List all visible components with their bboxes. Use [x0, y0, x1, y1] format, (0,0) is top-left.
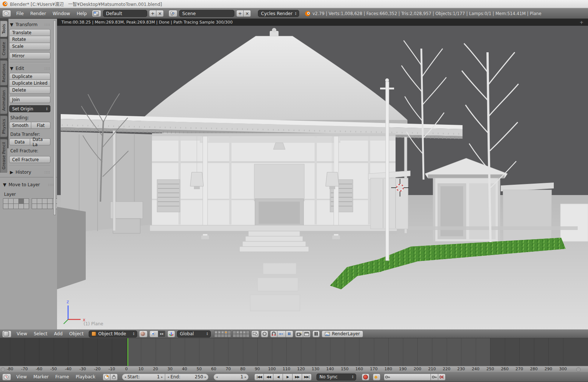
- shelf-tab-grease-pencil[interactable]: Grease Pencil: [0, 139, 7, 173]
- panel-header-edit[interactable]: ▼ Edit ::::: [10, 66, 50, 71]
- orientation-dropdown[interactable]: Global ▴▾: [177, 330, 211, 337]
- menu-playback[interactable]: Playback: [72, 374, 99, 379]
- jump-to-start-button[interactable]: |◀◀: [254, 374, 264, 381]
- scene-icon-button[interactable]: ▴▾: [169, 10, 177, 17]
- mini-layer-cell[interactable]: [218, 331, 221, 334]
- prev-keyframe-button[interactable]: ◀◀: [264, 374, 273, 381]
- layer-cell[interactable]: [24, 204, 29, 209]
- auto-keyframe-button[interactable]: [362, 374, 369, 381]
- header-layer-grid-block-2[interactable]: [233, 330, 249, 337]
- mini-layer-cell[interactable]: [236, 331, 239, 334]
- add-scene-button[interactable]: +: [236, 10, 244, 17]
- layer-grid-block-1[interactable]: [3, 198, 29, 209]
- layer-cell[interactable]: [14, 204, 18, 209]
- play-reverse-button[interactable]: ◀: [273, 374, 283, 381]
- manipulator-toggle-button[interactable]: ↔: [158, 330, 166, 337]
- mini-layer-cell[interactable]: [228, 334, 231, 337]
- join-button[interactable]: Join: [9, 96, 50, 103]
- shelf-tab-animation[interactable]: Animation: [0, 87, 7, 114]
- screen-layout-field[interactable]: Default: [103, 10, 147, 17]
- screen-layout-icon-button[interactable]: ▴▾: [92, 10, 101, 17]
- transform-orientation-icon-button[interactable]: [167, 330, 175, 337]
- shade-smooth-button[interactable]: Smooth: [9, 122, 31, 129]
- shelf-tab-relations[interactable]: Relations: [0, 60, 7, 86]
- menu-help[interactable]: Help: [73, 11, 90, 16]
- mini-layer-cell[interactable]: [243, 334, 246, 337]
- layer-cell[interactable]: [8, 204, 13, 209]
- menu-add[interactable]: Add: [51, 331, 66, 336]
- panel-header-transform[interactable]: ▼ Transform ::::: [10, 22, 50, 27]
- timeline-canvas[interactable]: [0, 338, 588, 366]
- header-layer-grid-block-1[interactable]: [214, 330, 231, 337]
- set-origin-dropdown[interactable]: Set Origin ▴▾: [9, 105, 50, 112]
- mini-layer-cell[interactable]: [221, 331, 224, 334]
- active-keying-set-field[interactable]: [384, 374, 431, 381]
- menu-marker[interactable]: Marker: [30, 374, 52, 379]
- frame-end-field[interactable]: ◂ End: 250 ▸: [165, 374, 209, 381]
- mirror-button[interactable]: Mirror: [9, 52, 50, 59]
- menu-window[interactable]: Window: [49, 11, 73, 16]
- layer-cell[interactable]: [47, 199, 52, 204]
- snap-target-button[interactable]: [286, 330, 293, 337]
- mini-layer-cell[interactable]: [215, 334, 217, 337]
- layer-cell[interactable]: [32, 204, 37, 209]
- menu-frame[interactable]: Frame: [52, 374, 72, 379]
- duplicate-linked-button[interactable]: Duplicate Linked: [9, 80, 50, 87]
- pivot-point-dropdown[interactable]: ▴▾: [149, 330, 158, 337]
- lock-frame-range-button[interactable]: [110, 374, 118, 381]
- tool-shelf-scrollbar[interactable]: [53, 20, 56, 215]
- proportional-edit-button[interactable]: [261, 330, 268, 337]
- mini-layer-cell[interactable]: [246, 331, 249, 334]
- panel-drag-icon[interactable]: ::::: [45, 67, 50, 70]
- mini-layer-cell[interactable]: [221, 334, 224, 337]
- region-expand-icon[interactable]: +: [580, 20, 584, 25]
- snap-toggle-button[interactable]: [270, 330, 277, 337]
- panel-header-history[interactable]: ▶ History ::::: [10, 170, 50, 175]
- delete-scene-button[interactable]: ×: [244, 10, 251, 17]
- layer-cell[interactable]: [37, 199, 42, 204]
- mini-layer-cell[interactable]: [246, 334, 249, 337]
- keying-set-dropdown[interactable]: ◆ ▴▾: [373, 374, 380, 381]
- layer-cell[interactable]: [47, 204, 52, 209]
- mini-layer-cell[interactable]: [215, 331, 217, 334]
- panel-drag-icon[interactable]: ::::: [45, 23, 50, 26]
- frame-start-field[interactable]: ◂ Start: 1 ▸: [122, 374, 165, 381]
- render-engine-select[interactable]: Cycles Render ▴▾: [258, 10, 299, 17]
- menu-view[interactable]: View: [13, 374, 30, 379]
- delete-button[interactable]: Delete: [9, 87, 50, 94]
- layer-cell[interactable]: [3, 204, 8, 209]
- layer-cell[interactable]: [42, 204, 47, 209]
- panel-header-move-to-layer[interactable]: ▼ Move to Layer ::::: [3, 182, 54, 187]
- jump-to-end-button[interactable]: ▶▶|: [302, 374, 312, 381]
- duplicate-button[interactable]: Duplicate: [9, 73, 50, 80]
- current-frame-field[interactable]: ◂ 1 ▸: [213, 374, 249, 381]
- snap-element-dropdown[interactable]: ▴▾: [277, 330, 286, 337]
- insert-keyframe-button[interactable]: [431, 374, 438, 381]
- mini-layer-cell[interactable]: [236, 334, 239, 337]
- mini-layer-cell[interactable]: [240, 334, 242, 337]
- shelf-tab-physics[interactable]: Physics: [0, 116, 7, 137]
- render-layer-field[interactable]: RenderLayer: [322, 330, 363, 337]
- cell-fracture-button[interactable]: Cell Fracture: [9, 156, 50, 163]
- mini-layer-cell[interactable]: [224, 334, 227, 337]
- layer-cell[interactable]: [37, 204, 42, 209]
- opengl-render-anim-button[interactable]: [303, 330, 311, 337]
- editor-type-button-timeline[interactable]: ▴▾: [2, 374, 11, 381]
- menu-file[interactable]: File: [13, 11, 27, 16]
- menu-view[interactable]: View: [13, 331, 30, 336]
- next-keyframe-button[interactable]: ▶▶: [293, 374, 302, 381]
- scene-field[interactable]: Scene: [179, 10, 234, 17]
- mode-dropdown[interactable]: Object Mode ▴▾: [89, 330, 137, 337]
- data-transfer-data-button[interactable]: Data: [9, 138, 30, 145]
- ruler-scroller-end-left[interactable]: [1, 367, 5, 372]
- mini-layer-cell[interactable]: [224, 331, 227, 334]
- layer-cell[interactable]: [19, 199, 24, 204]
- data-transfer-layout-button[interactable]: Data La: [30, 138, 51, 145]
- pause-render-button[interactable]: [312, 330, 320, 337]
- layer-cell[interactable]: [19, 204, 24, 209]
- layer-cell[interactable]: [3, 199, 8, 204]
- scale-button[interactable]: Scale: [9, 43, 50, 50]
- menu-render[interactable]: Render: [27, 11, 49, 16]
- layer-cell[interactable]: [32, 199, 37, 204]
- mini-layer-cell[interactable]: [240, 331, 242, 334]
